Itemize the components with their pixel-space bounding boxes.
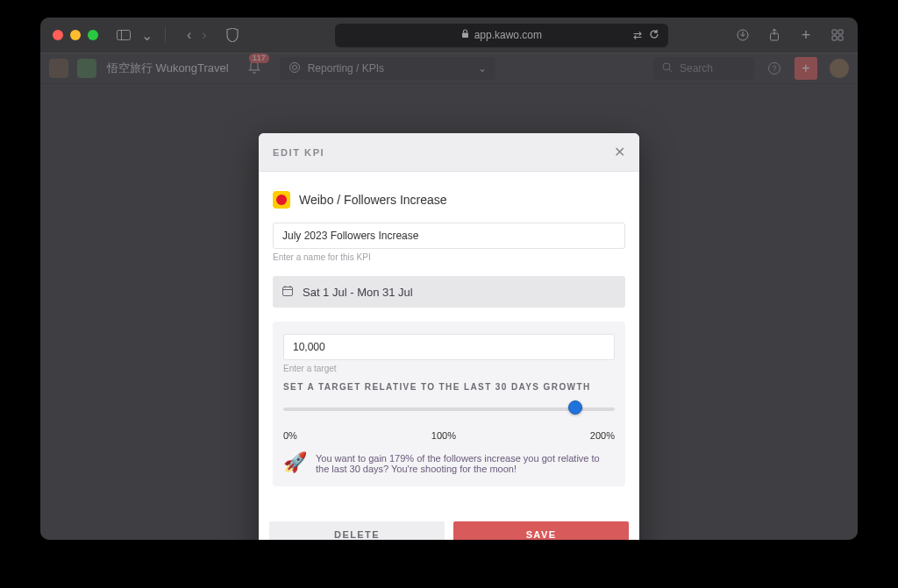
target-section: Enter a target SET A TARGET RELATIVE TO … xyxy=(273,322,625,486)
svg-rect-2 xyxy=(462,33,468,39)
target-input[interactable] xyxy=(283,334,615,360)
target-help: Enter a target xyxy=(283,364,615,373)
relative-target-heading: SET A TARGET RELATIVE TO THE LAST 30 DAY… xyxy=(283,382,615,392)
forward-button[interactable]: › xyxy=(202,27,206,43)
close-window-button[interactable] xyxy=(53,30,63,40)
svg-rect-0 xyxy=(118,31,131,40)
svg-rect-15 xyxy=(283,287,293,295)
separator xyxy=(165,27,166,43)
chevron-down-icon[interactable]: ⌄ xyxy=(139,27,154,43)
url-text: app.kawo.com xyxy=(474,29,542,41)
lock-icon xyxy=(461,29,469,41)
modal-header: EDIT KPI ✕ xyxy=(259,133,639,172)
browser-toolbar: ⌄ ‹ › app.kawo.com ⇄ xyxy=(40,18,858,53)
address-bar[interactable]: app.kawo.com ⇄ xyxy=(335,24,668,47)
rocket-icon: 🚀 xyxy=(283,453,307,472)
close-icon[interactable]: ✕ xyxy=(614,144,625,160)
modal-footer: DELETE SAVE xyxy=(259,509,639,540)
edit-kpi-modal: EDIT KPI ✕ Weibo / Followers Increase En… xyxy=(259,133,639,540)
reload-icon[interactable] xyxy=(649,29,659,42)
new-tab-icon[interactable]: + xyxy=(798,27,814,43)
tick-min: 0% xyxy=(283,430,297,441)
traffic-lights xyxy=(53,30,98,40)
translate-icon[interactable]: ⇄ xyxy=(633,29,642,42)
download-icon[interactable] xyxy=(735,27,751,43)
sidebar-toggle-icon[interactable] xyxy=(116,27,132,43)
relative-target-message: 🚀 You want to gain 179% of the followers… xyxy=(283,453,615,474)
modal-title: EDIT KPI xyxy=(273,147,324,158)
tick-mid: 100% xyxy=(431,430,456,441)
calendar-icon xyxy=(282,285,294,300)
svg-rect-5 xyxy=(832,30,837,34)
kpi-name-help: Enter a name for this KPI xyxy=(273,252,625,262)
relative-target-slider[interactable] xyxy=(283,400,615,429)
back-button[interactable]: ‹ xyxy=(187,27,191,43)
kpi-source-label: Weibo / Followers Increase xyxy=(299,193,447,207)
slider-track xyxy=(283,407,615,411)
maximize-window-button[interactable] xyxy=(88,30,98,40)
minimize-window-button[interactable] xyxy=(70,30,81,40)
kpi-name-input[interactable] xyxy=(273,223,625,249)
slider-thumb[interactable] xyxy=(568,400,582,414)
delete-button[interactable]: DELETE xyxy=(269,521,445,540)
modal-body: Weibo / Followers Increase Enter a name … xyxy=(259,172,639,506)
save-button[interactable]: SAVE xyxy=(453,521,629,540)
browser-window: ⌄ ‹ › app.kawo.com ⇄ xyxy=(40,18,858,540)
date-range-text: Sat 1 Jul - Mon 31 Jul xyxy=(303,286,413,299)
relative-target-message-text: You want to gain 179% of the followers i… xyxy=(316,453,615,474)
date-range-field[interactable]: Sat 1 Jul - Mon 31 Jul xyxy=(273,276,625,308)
svg-rect-6 xyxy=(838,30,843,34)
svg-rect-7 xyxy=(832,36,837,40)
svg-rect-8 xyxy=(838,36,843,40)
tabs-grid-icon[interactable] xyxy=(830,27,845,43)
slider-ticks: 0% 100% 200% xyxy=(283,430,615,441)
share-icon[interactable] xyxy=(766,27,782,43)
shield-icon[interactable] xyxy=(224,27,240,43)
weibo-icon xyxy=(273,191,290,209)
tick-max: 200% xyxy=(590,430,615,441)
kpi-source: Weibo / Followers Increase xyxy=(273,191,625,209)
